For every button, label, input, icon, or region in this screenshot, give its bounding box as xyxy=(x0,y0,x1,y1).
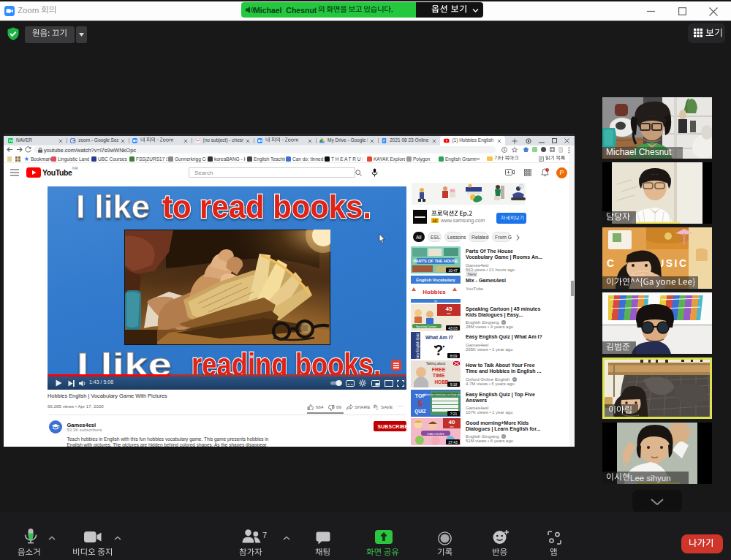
svg-text:Easy English Quiz: Easy English Quiz xyxy=(416,333,420,359)
svg-text:9:18: 9:18 xyxy=(450,382,458,387)
svg-text:C: C xyxy=(607,257,614,269)
svg-text:HOBB: HOBB xyxy=(434,379,448,385)
svg-text:What Am I?: What Am I? xyxy=(425,335,453,340)
svg-text:TIME: TIME xyxy=(433,373,445,378)
svg-text:43:03: 43:03 xyxy=(448,325,458,330)
svg-text:10:47: 10:47 xyxy=(448,268,458,273)
svg-text:min: min xyxy=(450,425,453,428)
svg-text:English Vocabulary: English Vocabulary xyxy=(416,278,455,282)
svg-text:8:09: 8:09 xyxy=(450,354,458,358)
svg-text:7:21: 7:21 xyxy=(450,411,458,415)
svg-text:FREE: FREE xyxy=(432,367,446,372)
svg-text:I like to read books.: I like to read books. xyxy=(76,188,371,225)
svg-text:Hobbies: Hobbies xyxy=(423,289,446,295)
svg-text:i: i xyxy=(520,184,521,189)
svg-text:?: ? xyxy=(434,342,443,358)
svg-text:Name an animal you can keep as: Name an animal you can keep as a pet. xyxy=(425,393,461,396)
svg-text:PARTS OF THE HOUSE: PARTS OF THE HOUSE xyxy=(413,259,458,263)
svg-text:(x): (x) xyxy=(434,300,437,303)
svg-text:Talking about: Talking about xyxy=(426,362,446,366)
svg-text:5: 5 xyxy=(418,399,423,408)
svg-text:37:43: 37:43 xyxy=(448,439,458,444)
svg-text:Speaking Cartoon: Speaking Cartoon xyxy=(416,325,436,328)
svg-text:min: min xyxy=(447,312,451,315)
svg-text:QUIZ: QUIZ xyxy=(414,409,426,415)
svg-text:DIALOGUES: DIALOGUES xyxy=(427,431,444,435)
svg-text:45: 45 xyxy=(446,306,452,312)
